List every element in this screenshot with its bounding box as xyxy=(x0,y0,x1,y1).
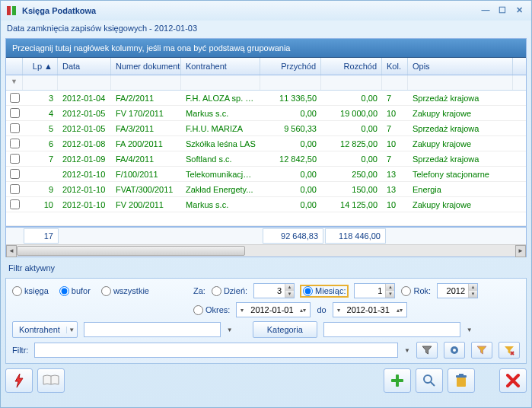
cell-kol: 10 xyxy=(382,199,408,211)
app-icon xyxy=(5,5,18,17)
cell-rozchod: 0,00 xyxy=(321,153,382,165)
filter-funnel-button[interactable] xyxy=(416,342,438,359)
col-checkbox[interactable] xyxy=(6,58,23,75)
cell-numer: FV 170/2011 xyxy=(111,107,181,120)
sum-count: 17 xyxy=(24,228,59,244)
cell-rozchod: 150,00 xyxy=(321,183,382,196)
column-filter-row[interactable]: ▼ xyxy=(6,75,526,91)
table-row[interactable]: 52012-01-05FA/3/2011F.H.U. MARIZA9 560,3… xyxy=(6,121,526,136)
cell-opis: Sprzedaż krajowa xyxy=(408,153,513,165)
cell-numer: FVAT/300/2011 xyxy=(111,183,181,196)
date-to[interactable]: ▾▴▾ xyxy=(333,302,407,317)
cell-przychod: 9 560,33 xyxy=(260,123,321,135)
cell-kontrahent: F.H. ALOZA sp. z... xyxy=(181,92,260,104)
cell-rozchod: 12 825,00 xyxy=(321,138,382,150)
add-button[interactable] xyxy=(384,368,411,393)
cell-rozchod: 250,00 xyxy=(321,168,382,180)
cell-kontrahent: Zakład Energety... xyxy=(181,183,260,196)
scope-radio-group: księga bufor wszystkie xyxy=(12,286,187,296)
row-checkbox[interactable] xyxy=(6,183,23,196)
cell-rozchod: 0,00 xyxy=(321,92,382,104)
dzien-spinner[interactable]: ▲▼ xyxy=(253,283,295,298)
col-kol[interactable]: Kol. xyxy=(382,58,408,75)
search-button[interactable] xyxy=(416,368,443,393)
col-numer[interactable]: Numer dokumentu xyxy=(111,58,181,75)
table-row[interactable]: 92012-01-10FVAT/300/2011Zakład Energety.… xyxy=(6,182,526,197)
grid-body[interactable]: 32012-01-04FA/2/2011F.H. ALOZA sp. z...1… xyxy=(6,91,526,212)
table-row[interactable]: 42012-01-05FV 170/2011Markus s.c.0,0019 … xyxy=(6,106,526,121)
table-row[interactable]: 102012-01-10FV 200/2011Markus s.c.0,0014… xyxy=(6,197,526,212)
close-window-button[interactable] xyxy=(499,368,527,393)
kontrahent-input[interactable] xyxy=(84,322,221,337)
miesiac-spinner[interactable]: ▲▼ xyxy=(354,283,395,298)
col-kontrahent[interactable]: Kontrahent xyxy=(181,58,260,75)
cell-opis: Zakupy krajowe xyxy=(408,138,513,150)
rok-spinner[interactable]: ▲▼ xyxy=(437,283,478,298)
cell-numer: F/100/2011 xyxy=(111,168,181,180)
row-checkbox[interactable] xyxy=(6,152,23,165)
radio-wszystkie[interactable]: wszystkie xyxy=(101,286,149,296)
minimize-button[interactable]: — xyxy=(478,5,493,17)
row-checkbox[interactable] xyxy=(6,122,23,135)
row-checkbox[interactable] xyxy=(6,107,23,120)
radio-bufor[interactable]: bufor xyxy=(59,286,91,296)
col-data[interactable]: Data xyxy=(58,58,111,75)
window: Księga Podatkowa — ☐ ✕ Data zamknięcia z… xyxy=(0,0,532,408)
cell-lp: 4 xyxy=(23,107,58,120)
scroll-right-icon[interactable]: ► xyxy=(515,245,526,257)
lightning-button[interactable] xyxy=(5,368,33,393)
cell-lp: 9 xyxy=(23,183,58,196)
cell-przychod: 0,00 xyxy=(260,107,321,120)
cell-kontrahent: F.H.U. MARIZA xyxy=(181,123,260,135)
table-row[interactable]: 32012-01-04FA/2/2011F.H. ALOZA sp. z...1… xyxy=(6,91,526,106)
filter-edit-button[interactable] xyxy=(471,342,492,359)
kontrahent-combo[interactable]: Kontrahent▼ xyxy=(12,321,78,338)
cell-opis: Sprzedaż krajowa xyxy=(408,123,513,135)
row-checkbox[interactable] xyxy=(6,167,23,180)
cell-data: 2012-01-05 xyxy=(58,107,111,120)
table-row[interactable]: 62012-01-08FA 200/2011Szkółka leśna LAS0… xyxy=(6,136,526,151)
row-checkbox[interactable] xyxy=(6,91,23,104)
cell-opis: Zakupy krajowe xyxy=(408,199,513,211)
cell-przychod: 0,00 xyxy=(260,183,321,196)
cell-lp: 10 xyxy=(23,199,58,211)
cell-kontrahent: Markus s.c. xyxy=(181,199,260,211)
svg-rect-0 xyxy=(7,6,11,15)
scroll-left-icon[interactable]: ◄ xyxy=(6,245,17,257)
row-checkbox[interactable] xyxy=(6,137,23,150)
filtr-input[interactable] xyxy=(34,343,398,358)
svg-point-7 xyxy=(424,375,432,383)
radio-dzien[interactable]: Dzień: xyxy=(212,286,247,296)
col-rozchod[interactable]: Rozchód xyxy=(321,58,382,75)
group-by-hint[interactable]: Przeciągnij tutaj nagłówek kolumny, jeśl… xyxy=(6,39,526,58)
table-row[interactable]: 2012-01-10F/100/2011Telekomunikacja ...0… xyxy=(6,167,526,182)
cell-opis: Sprzedaż krajowa xyxy=(408,92,513,104)
row-checkbox[interactable] xyxy=(6,198,23,211)
kategoria-button[interactable]: Kategoria xyxy=(253,321,317,338)
filter-panel: księga bufor wszystkie Za: Dzień: ▲▼ Mie… xyxy=(5,278,527,364)
maximize-button[interactable]: ☐ xyxy=(495,5,510,17)
col-przychod[interactable]: Przychód xyxy=(260,58,321,75)
radio-rok[interactable]: Rok: xyxy=(401,286,431,296)
col-opis[interactable]: Opis xyxy=(408,58,513,75)
filter-settings-button[interactable] xyxy=(444,342,465,359)
delete-button[interactable] xyxy=(448,368,475,393)
scroll-thumb[interactable] xyxy=(17,246,245,256)
cell-numer: FA 200/2011 xyxy=(111,138,181,150)
radio-ksiega[interactable]: księga xyxy=(12,286,49,296)
date-from[interactable]: ▾▴▾ xyxy=(236,302,311,317)
horizontal-scrollbar[interactable]: ◄ ► xyxy=(6,244,526,257)
filter-icon[interactable]: ▼ xyxy=(6,75,23,90)
sum-rozchod: 118 446,00 xyxy=(325,228,386,244)
table-row[interactable]: 72012-01-09FA/4/2011Softland s.c.12 842,… xyxy=(6,151,526,167)
book-button[interactable] xyxy=(37,368,65,393)
close-button[interactable]: ✕ xyxy=(511,5,527,17)
col-lp[interactable]: Lp ▲ xyxy=(23,58,58,75)
data-grid: Przeciągnij tutaj nagłówek kolumny, jeśl… xyxy=(5,38,527,257)
radio-miesiac[interactable]: Miesiąc: xyxy=(301,285,348,297)
column-headers: Lp ▲ Data Numer dokumentu Kontrahent Prz… xyxy=(6,58,526,75)
filter-clear-button[interactable] xyxy=(499,342,520,359)
kategoria-input[interactable] xyxy=(323,322,460,337)
radio-okres[interactable]: Okres: xyxy=(193,305,230,315)
cell-lp: 3 xyxy=(23,92,58,104)
